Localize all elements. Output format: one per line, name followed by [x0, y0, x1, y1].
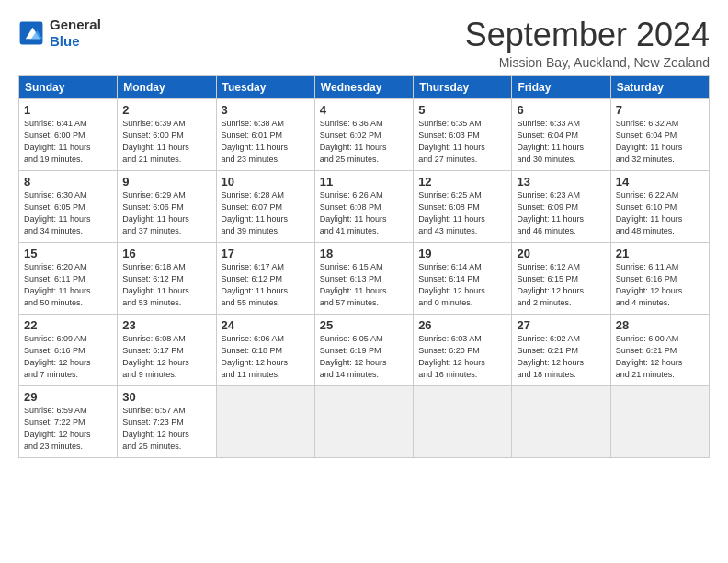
calendar-week-5: 29Sunrise: 6:59 AM Sunset: 7:22 PM Dayli… — [19, 385, 710, 457]
day-number: 24 — [222, 318, 310, 332]
location-subtitle: Mission Bay, Auckland, New Zealand — [465, 55, 710, 70]
day-number: 21 — [616, 247, 704, 260]
day-number: 29 — [24, 390, 112, 404]
day-info: Sunrise: 6:30 AM Sunset: 6:05 PM Dayligh… — [24, 190, 112, 237]
day-number: 12 — [418, 175, 506, 189]
day-number: 28 — [616, 318, 704, 332]
calendar-cell: 4Sunrise: 6:36 AM Sunset: 6:02 PM Daylig… — [314, 98, 413, 170]
day-number: 25 — [320, 318, 408, 332]
header-saturday: Saturday — [610, 75, 709, 98]
day-info: Sunrise: 6:38 AM Sunset: 6:01 PM Dayligh… — [222, 118, 310, 166]
day-info: Sunrise: 6:28 AM Sunset: 6:07 PM Dayligh… — [222, 190, 310, 237]
logo-text-line1: General — [50, 17, 101, 33]
header-tuesday: Tuesday — [216, 75, 314, 98]
day-info: Sunrise: 6:18 AM Sunset: 6:12 PM Dayligh… — [122, 261, 210, 309]
calendar-cell: 6Sunrise: 6:33 AM Sunset: 6:04 PM Daylig… — [512, 98, 610, 170]
calendar-cell — [216, 385, 314, 457]
day-number: 22 — [24, 318, 112, 332]
day-info: Sunrise: 6:41 AM Sunset: 6:00 PM Dayligh… — [24, 118, 112, 166]
day-number: 19 — [418, 247, 506, 260]
header-wednesday: Wednesday — [314, 75, 413, 98]
calendar-cell: 11Sunrise: 6:26 AM Sunset: 6:08 PM Dayli… — [314, 170, 413, 242]
day-number: 30 — [122, 390, 210, 404]
calendar-cell: 29Sunrise: 6:59 AM Sunset: 7:22 PM Dayli… — [19, 385, 118, 457]
day-info: Sunrise: 6:06 AM Sunset: 6:18 PM Dayligh… — [222, 333, 310, 381]
calendar-cell: 2Sunrise: 6:39 AM Sunset: 6:00 PM Daylig… — [118, 98, 216, 170]
day-info: Sunrise: 6:15 AM Sunset: 6:13 PM Dayligh… — [320, 261, 408, 309]
calendar-cell — [314, 385, 413, 457]
day-info: Sunrise: 6:29 AM Sunset: 6:06 PM Dayligh… — [122, 190, 210, 237]
page: General Blue September 2024 Mission Bay,… — [0, 0, 728, 467]
day-number: 14 — [616, 175, 704, 189]
day-info: Sunrise: 6:59 AM Sunset: 7:22 PM Dayligh… — [24, 405, 112, 453]
day-info: Sunrise: 6:36 AM Sunset: 6:02 PM Dayligh… — [320, 118, 408, 166]
day-info: Sunrise: 6:09 AM Sunset: 6:16 PM Dayligh… — [24, 333, 112, 381]
calendar-cell: 28Sunrise: 6:00 AM Sunset: 6:21 PM Dayli… — [610, 314, 709, 385]
day-info: Sunrise: 6:25 AM Sunset: 6:08 PM Dayligh… — [418, 190, 506, 237]
calendar-cell: 8Sunrise: 6:30 AM Sunset: 6:05 PM Daylig… — [19, 170, 118, 242]
calendar-cell: 1Sunrise: 6:41 AM Sunset: 6:00 PM Daylig… — [19, 98, 118, 170]
day-number: 17 — [222, 247, 310, 260]
day-number: 5 — [418, 103, 506, 117]
calendar-cell: 13Sunrise: 6:23 AM Sunset: 6:09 PM Dayli… — [512, 170, 610, 242]
header-row: Sunday Monday Tuesday Wednesday Thursday… — [19, 75, 710, 98]
day-info: Sunrise: 6:57 AM Sunset: 7:23 PM Dayligh… — [122, 405, 210, 453]
day-number: 2 — [122, 103, 210, 117]
calendar-cell — [414, 385, 512, 457]
day-number: 15 — [24, 247, 112, 260]
logo-text-line2: Blue — [50, 33, 101, 50]
day-info: Sunrise: 6:02 AM Sunset: 6:21 PM Dayligh… — [517, 333, 605, 381]
calendar-cell: 18Sunrise: 6:15 AM Sunset: 6:13 PM Dayli… — [314, 242, 413, 314]
calendar-cell: 22Sunrise: 6:09 AM Sunset: 6:16 PM Dayli… — [19, 314, 118, 385]
day-number: 10 — [222, 175, 310, 189]
calendar-cell: 14Sunrise: 6:22 AM Sunset: 6:10 PM Dayli… — [610, 170, 709, 242]
day-number: 6 — [517, 103, 605, 117]
day-info: Sunrise: 6:23 AM Sunset: 6:09 PM Dayligh… — [517, 190, 605, 237]
day-info: Sunrise: 6:05 AM Sunset: 6:19 PM Dayligh… — [320, 333, 408, 381]
calendar-table: Sunday Monday Tuesday Wednesday Thursday… — [18, 75, 710, 458]
calendar-cell: 17Sunrise: 6:17 AM Sunset: 6:12 PM Dayli… — [216, 242, 314, 314]
day-number: 20 — [517, 247, 605, 260]
calendar-cell: 21Sunrise: 6:11 AM Sunset: 6:16 PM Dayli… — [610, 242, 709, 314]
calendar-cell: 20Sunrise: 6:12 AM Sunset: 6:15 PM Dayli… — [512, 242, 610, 314]
header-thursday: Thursday — [414, 75, 512, 98]
logo: General Blue — [18, 17, 101, 50]
calendar-cell — [512, 385, 610, 457]
calendar-cell: 26Sunrise: 6:03 AM Sunset: 6:20 PM Dayli… — [414, 314, 512, 385]
day-number: 13 — [517, 175, 605, 189]
calendar-week-1: 1Sunrise: 6:41 AM Sunset: 6:00 PM Daylig… — [19, 98, 710, 170]
calendar-cell: 19Sunrise: 6:14 AM Sunset: 6:14 PM Dayli… — [414, 242, 512, 314]
calendar-cell: 10Sunrise: 6:28 AM Sunset: 6:07 PM Dayli… — [216, 170, 314, 242]
day-number: 23 — [122, 318, 210, 332]
header-friday: Friday — [512, 75, 610, 98]
day-info: Sunrise: 6:35 AM Sunset: 6:03 PM Dayligh… — [418, 118, 506, 166]
calendar-week-3: 15Sunrise: 6:20 AM Sunset: 6:11 PM Dayli… — [19, 242, 710, 314]
day-info: Sunrise: 6:14 AM Sunset: 6:14 PM Dayligh… — [418, 261, 506, 309]
day-info: Sunrise: 6:12 AM Sunset: 6:15 PM Dayligh… — [517, 261, 605, 309]
month-title: September 2024 — [465, 17, 710, 53]
day-info: Sunrise: 6:08 AM Sunset: 6:17 PM Dayligh… — [122, 333, 210, 381]
calendar-week-2: 8Sunrise: 6:30 AM Sunset: 6:05 PM Daylig… — [19, 170, 710, 242]
day-number: 11 — [320, 175, 408, 189]
calendar-cell: 5Sunrise: 6:35 AM Sunset: 6:03 PM Daylig… — [414, 98, 512, 170]
day-number: 9 — [122, 175, 210, 189]
calendar-cell: 7Sunrise: 6:32 AM Sunset: 6:04 PM Daylig… — [610, 98, 709, 170]
day-number: 1 — [24, 103, 112, 117]
day-number: 4 — [320, 103, 408, 117]
calendar-cell: 3Sunrise: 6:38 AM Sunset: 6:01 PM Daylig… — [216, 98, 314, 170]
logo-icon — [18, 20, 44, 46]
day-info: Sunrise: 6:39 AM Sunset: 6:00 PM Dayligh… — [122, 118, 210, 166]
day-info: Sunrise: 6:22 AM Sunset: 6:10 PM Dayligh… — [616, 190, 704, 237]
calendar-cell: 23Sunrise: 6:08 AM Sunset: 6:17 PM Dayli… — [118, 314, 216, 385]
day-info: Sunrise: 6:32 AM Sunset: 6:04 PM Dayligh… — [616, 118, 704, 166]
header-sunday: Sunday — [19, 75, 118, 98]
day-info: Sunrise: 6:33 AM Sunset: 6:04 PM Dayligh… — [517, 118, 605, 166]
day-number: 3 — [222, 103, 310, 117]
calendar-cell: 16Sunrise: 6:18 AM Sunset: 6:12 PM Dayli… — [118, 242, 216, 314]
day-number: 26 — [418, 318, 506, 332]
day-number: 18 — [320, 247, 408, 260]
calendar-cell — [610, 385, 709, 457]
title-block: September 2024 Mission Bay, Auckland, Ne… — [465, 17, 710, 70]
calendar-cell: 24Sunrise: 6:06 AM Sunset: 6:18 PM Dayli… — [216, 314, 314, 385]
calendar-week-4: 22Sunrise: 6:09 AM Sunset: 6:16 PM Dayli… — [19, 314, 710, 385]
